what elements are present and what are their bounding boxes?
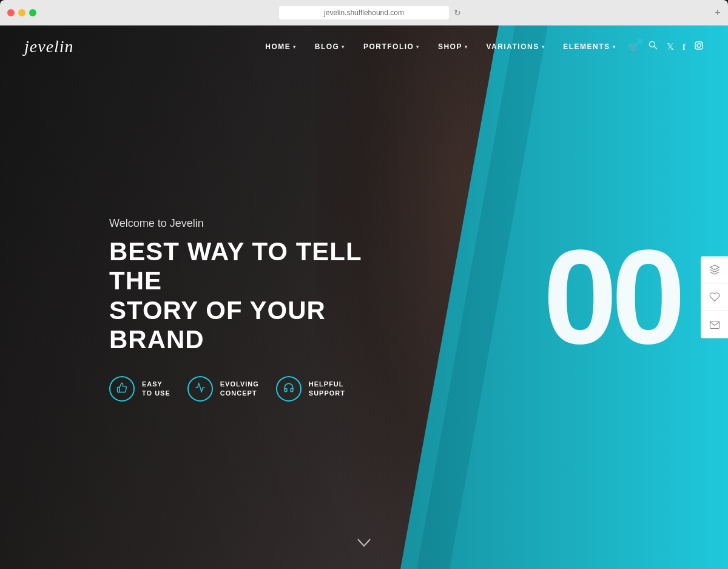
helpful-support-line2: SUPPORT [309,389,345,398]
svg-line-1 [655,47,658,50]
evolving-concept-line2: CONCEPT [220,389,259,398]
pulse-icon [195,382,206,396]
svg-marker-5 [710,265,719,270]
evolving-concept-icon-circle [187,376,213,402]
sidebar-heart-button[interactable] [701,284,728,311]
feature-evolving-concept: EVOLVING CONCEPT [187,376,259,402]
nav-arrow-elements: ▾ [613,44,616,50]
nav-arrow-portfolio: ▾ [416,44,420,50]
browser-chrome: jevelin.shufflehound.com ↻ + [0,0,728,25]
nav-arrow-variations: ▾ [542,44,545,50]
new-tab-button[interactable]: + [714,7,721,19]
evolving-concept-line1: EVOLVING [220,380,259,389]
svg-rect-2 [695,42,703,49]
nav-arrow-shop: ▾ [465,44,468,50]
feature-easy-to-use: EASY TO USE [109,376,170,402]
logo[interactable]: jevelin [24,37,74,56]
instagram-icon[interactable] [694,41,704,53]
close-dot[interactable] [7,9,15,16]
helpful-support-icon-circle [276,376,302,402]
hero-subtitle: Welcome to Jevelin [109,217,364,230]
helpful-support-text: HELPFUL SUPPORT [309,380,345,399]
sidebar-right [701,257,728,338]
easy-to-use-icon-circle [109,376,135,402]
hero-big-number: 00 [543,231,679,364]
feature-helpful-support: HELPFUL SUPPORT [276,376,345,402]
maximize-dot[interactable] [29,9,36,16]
easy-to-use-line2: TO USE [142,389,170,398]
browser-dots [7,9,36,16]
evolving-concept-text: EVOLVING CONCEPT [220,380,259,399]
nav-item-home[interactable]: HOME ▾ [265,42,297,51]
twitter-icon[interactable]: 𝕏 [667,41,674,52]
easy-to-use-line1: EASY [142,380,170,389]
helpful-support-line1: HELPFUL [309,380,345,389]
hero-title-line1: BEST WAY TO TELL THE [109,237,362,295]
thumbs-up-icon [116,382,127,396]
nav-item-elements[interactable]: ELEMENTS ▾ [563,42,616,51]
nav-arrow-blog: ▾ [342,44,345,50]
url-bar[interactable]: jevelin.shufflehound.com [279,6,449,19]
nav-arrow-home: ▾ [293,44,297,50]
reload-button[interactable]: ↻ [454,8,461,18]
nav-links: HOME ▾ BLOG ▾ PORTFOLIO ▾ SHOP ▾ VARIATI… [265,42,616,51]
svg-point-3 [697,44,701,47]
minimize-dot[interactable] [18,9,25,16]
nav-item-shop[interactable]: SHOP ▾ [438,42,468,51]
hero-content: Welcome to Jevelin BEST WAY TO TELL THE … [109,217,364,402]
easy-to-use-text: EASY TO USE [142,380,170,399]
nav-icons: 🛒 𝕏 f [628,41,704,53]
cart-badge-dot [638,39,642,44]
website-container: 00 jevelin HOME ▾ BLOG ▾ PORTFOLIO ▾ SHO… [0,25,728,569]
nav-item-portfolio[interactable]: PORTFOLIO ▾ [363,42,420,51]
hero-title-line2: STORY OF YOUR BRAND [109,296,326,354]
nav-item-blog[interactable]: BLOG ▾ [315,42,345,51]
headphones-icon [283,382,294,396]
search-icon[interactable] [649,41,658,53]
facebook-icon[interactable]: f [682,42,686,52]
sidebar-email-button[interactable] [701,311,728,338]
svg-point-0 [650,42,655,47]
cart-icon[interactable]: 🛒 [628,41,640,53]
scroll-down-button[interactable] [357,537,371,551]
nav-item-variations[interactable]: VARIATIONS ▾ [486,42,545,51]
navbar: jevelin HOME ▾ BLOG ▾ PORTFOLIO ▾ SHOP ▾… [0,25,728,68]
features-row: EASY TO USE EVOLVING CONCEPT [109,376,364,402]
hero-title: BEST WAY TO TELL THE STORY OF YOUR BRAND [109,237,364,354]
sidebar-layers-button[interactable] [701,257,728,284]
url-text: jevelin.shufflehound.com [324,8,404,17]
svg-point-4 [701,43,702,44]
